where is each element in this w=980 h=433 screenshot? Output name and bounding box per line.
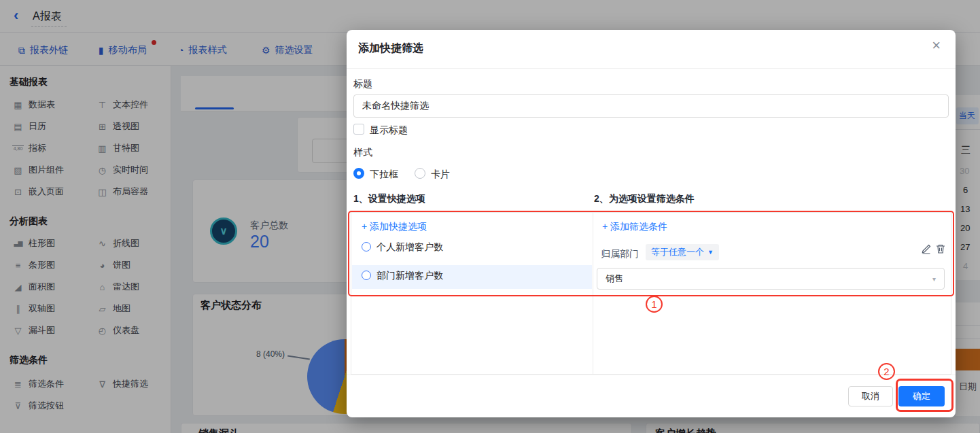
close-icon[interactable]: × bbox=[932, 38, 941, 53]
add-quick-option-link[interactable]: + 添加快捷选项 bbox=[362, 221, 427, 233]
add-filter-condition-link[interactable]: + 添加筛选条件 bbox=[602, 221, 667, 233]
caret-down-icon: ▼ bbox=[707, 249, 714, 256]
annotation-number: 2 bbox=[883, 366, 889, 377]
style-field-label: 样式 bbox=[353, 147, 372, 159]
filter-title-input[interactable] bbox=[353, 94, 949, 118]
condition-operator-dropdown[interactable]: 等于任意一个 ▼ bbox=[646, 244, 719, 260]
edit-pencil-icon[interactable] bbox=[921, 243, 932, 254]
modal-footer-divider bbox=[347, 375, 956, 375]
show-title-checkbox[interactable] bbox=[353, 124, 364, 135]
delete-trash-icon[interactable] bbox=[935, 243, 946, 254]
annotation-step-2: 2 bbox=[878, 363, 895, 380]
select-caret-icon: ▾ bbox=[932, 275, 936, 283]
option-radio-department[interactable] bbox=[362, 271, 371, 280]
radio-card-label: 卡片 bbox=[431, 169, 450, 181]
show-title-label: 显示标题 bbox=[370, 124, 408, 137]
section-2-heading: 2、为选项设置筛选条件 bbox=[594, 193, 695, 205]
select-value: 销售 bbox=[606, 273, 623, 285]
condition-value-select[interactable]: 销售 ▾ bbox=[597, 268, 945, 290]
plus-icon: + bbox=[602, 221, 608, 232]
operator-label: 等于任意一个 bbox=[651, 246, 704, 258]
option-radio-personal[interactable] bbox=[362, 242, 371, 252]
options-conditions-panel bbox=[351, 212, 951, 375]
title-field-label: 标题 bbox=[353, 78, 372, 90]
app-root: ‹ A报表 ⧉ 报表外链 ▮ 移动布局 ◔ 报表样式 ⚙ 筛选设置 基础报表 ▦… bbox=[0, 0, 980, 433]
confirm-button[interactable]: 确定 bbox=[898, 386, 945, 406]
radio-dropdown-label: 下拉框 bbox=[370, 169, 398, 181]
annotation-number: 1 bbox=[651, 298, 657, 310]
cancel-button[interactable]: 取消 bbox=[848, 386, 893, 406]
annotation-step-1: 1 bbox=[646, 296, 663, 313]
modal-header-divider bbox=[347, 68, 956, 69]
option-label-department: 部门新增客户数 bbox=[377, 270, 443, 282]
add-link-label: 添加快捷选项 bbox=[370, 221, 427, 232]
plus-icon: + bbox=[362, 221, 367, 232]
modal-title: 添加快捷筛选 bbox=[358, 41, 423, 56]
add-quick-filter-modal: 添加快捷筛选 × 标题 显示标题 样式 下拉框 卡片 1、设置快捷选项 2、为选… bbox=[347, 30, 956, 417]
radio-card-style[interactable] bbox=[415, 168, 425, 179]
add-link-label: 添加筛选条件 bbox=[610, 221, 667, 232]
condition-field-name: 归属部门 bbox=[601, 248, 639, 260]
option-label-personal: 个人新增客户数 bbox=[377, 241, 443, 254]
section-1-heading: 1、设置快捷选项 bbox=[353, 193, 425, 205]
panel-vertical-divider bbox=[593, 213, 593, 374]
radio-dropdown-style[interactable] bbox=[353, 168, 364, 179]
